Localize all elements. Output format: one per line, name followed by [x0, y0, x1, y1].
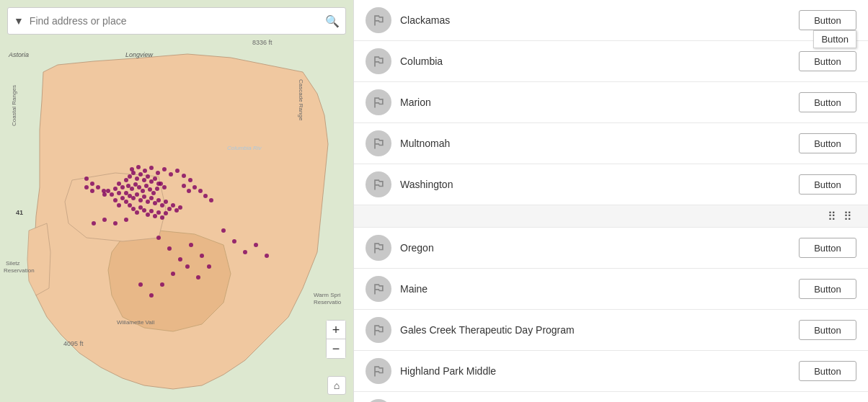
svg-point-82 [136, 165, 141, 169]
item-name: Marion [400, 97, 799, 108]
svg-point-31 [149, 196, 154, 200]
marion-button[interactable]: Button [799, 92, 856, 112]
list-item: Highland Park Middle Button [354, 351, 868, 392]
svg-text:Coastal Ranges: Coastal Ranges [11, 85, 17, 126]
svg-point-70 [200, 254, 204, 258]
search-icon[interactable]: 🔍 [325, 14, 340, 28]
item-name: Clackamas [400, 14, 799, 26]
svg-point-2 [128, 174, 132, 179]
svg-point-61 [167, 246, 172, 251]
svg-point-5 [138, 172, 143, 177]
svg-point-21 [162, 185, 167, 189]
zoom-controls: + − [326, 320, 346, 359]
grid-icon-2[interactable]: ⠿ [843, 210, 856, 223]
svg-point-67 [185, 264, 190, 269]
svg-point-64 [160, 282, 164, 287]
clackamas-button[interactable]: Button [799, 10, 856, 30]
svg-point-8 [149, 179, 154, 184]
svg-point-99 [96, 185, 100, 189]
search-input[interactable] [30, 15, 325, 27]
tooltip-container: Button Button [799, 10, 856, 30]
multnomah-button[interactable]: Button [799, 133, 856, 153]
svg-point-46 [149, 209, 154, 213]
svg-text:Columbia Riv: Columbia Riv [227, 145, 262, 151]
svg-text:Longview: Longview [125, 51, 154, 58]
grid-icons-row: ⠿ ⠿ [354, 205, 868, 228]
svg-point-37 [117, 191, 121, 195]
home-button[interactable]: ⌂ [327, 376, 346, 395]
svg-point-14 [137, 185, 141, 189]
svg-point-90 [188, 178, 192, 182]
svg-point-59 [102, 192, 107, 197]
svg-point-97 [84, 177, 89, 181]
svg-point-57 [117, 203, 121, 207]
item-icon [366, 235, 391, 261]
toggle-icon[interactable]: ▼ [14, 15, 24, 27]
oregon-button[interactable]: Button [799, 238, 856, 258]
item-name: Maine [400, 283, 799, 295]
svg-point-63 [171, 272, 175, 276]
item-name: Gales Creek Therapeutic Day Program [400, 324, 799, 336]
svg-point-42 [135, 210, 139, 215]
svg-point-41 [131, 207, 136, 211]
svg-point-7 [146, 174, 150, 179]
highland-park-button[interactable]: Button [799, 361, 856, 381]
svg-point-27 [135, 192, 139, 197]
svg-point-62 [178, 257, 182, 262]
svg-point-29 [142, 195, 146, 199]
map-svg: Astoria Longview 8336 ft 41 Siletz Reser… [0, 0, 353, 402]
maine-button[interactable]: Button [799, 279, 856, 299]
gales-creek-button[interactable]: Button [799, 320, 856, 340]
svg-text:4095 ft: 4095 ft [63, 340, 84, 347]
svg-point-88 [175, 169, 180, 173]
svg-point-79 [102, 218, 107, 222]
svg-point-22 [117, 182, 121, 186]
item-icon [366, 276, 391, 302]
svg-point-50 [164, 211, 168, 215]
svg-point-48 [156, 210, 161, 215]
search-bar: ▼ 🔍 [7, 7, 346, 35]
tooltip-box: Button [813, 30, 856, 48]
columbia-button[interactable]: Button [799, 51, 856, 71]
svg-point-34 [160, 203, 164, 207]
svg-point-45 [146, 213, 150, 217]
svg-point-72 [221, 228, 226, 233]
svg-point-1 [124, 178, 128, 182]
svg-point-92 [187, 189, 191, 193]
schools-section: Oregon Button Maine Button Gales Creek T… [354, 228, 868, 402]
svg-text:41: 41 [16, 209, 23, 216]
svg-point-78 [113, 221, 118, 225]
svg-text:Cascade Range: Cascade Range [298, 79, 304, 121]
svg-point-93 [192, 185, 197, 189]
svg-point-75 [254, 243, 258, 247]
svg-point-55 [110, 192, 114, 197]
svg-point-19 [155, 187, 159, 191]
svg-point-101 [84, 185, 89, 189]
svg-text:Reservation: Reservation [4, 267, 35, 274]
svg-point-71 [207, 264, 211, 269]
svg-point-65 [149, 293, 154, 298]
svg-point-89 [182, 174, 186, 178]
svg-point-84 [149, 166, 154, 170]
zoom-in-button[interactable]: + [327, 321, 345, 339]
svg-point-44 [142, 208, 146, 213]
grid-icon-1[interactable]: ⠿ [828, 210, 841, 223]
svg-point-30 [146, 200, 150, 204]
svg-point-51 [167, 207, 172, 211]
svg-point-40 [128, 203, 132, 207]
svg-point-20 [159, 182, 163, 186]
svg-point-73 [232, 239, 236, 244]
svg-point-68 [196, 275, 200, 280]
svg-point-102 [90, 189, 94, 193]
item-icon [366, 48, 391, 74]
list-item: Columbia Button [354, 41, 868, 82]
svg-point-91 [182, 184, 186, 188]
list-item: Multnomah Button [354, 123, 868, 164]
item-icon [366, 130, 391, 156]
svg-point-81 [130, 167, 134, 171]
washington-button[interactable]: Button [799, 174, 856, 195]
item-icon [366, 171, 391, 197]
item-name: Columbia [400, 55, 799, 67]
zoom-out-button[interactable]: − [327, 339, 345, 358]
svg-point-26 [131, 196, 136, 200]
